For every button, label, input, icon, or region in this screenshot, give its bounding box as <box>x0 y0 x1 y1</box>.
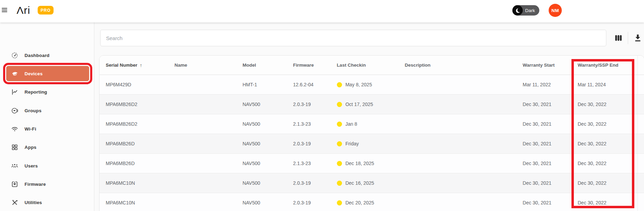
cell-model: NAV500 <box>236 161 287 166</box>
dark-mode-label: Dark <box>523 8 539 13</box>
cell-model: NAV500 <box>236 200 287 205</box>
user-avatar[interactable]: NM <box>549 4 562 17</box>
sidebar-item-users[interactable]: Users <box>6 158 89 173</box>
cell-firmware: 2.1.3-23 <box>287 161 330 166</box>
cell-warranty-start: Dec 30, 2021 <box>517 102 571 107</box>
cell-warranty-start: Dec 30, 2021 <box>517 141 571 146</box>
search-bar <box>100 30 606 46</box>
checkin-status-dot <box>337 200 342 205</box>
cell-warranty-ssp-end: Dec 30, 2022 <box>571 95 638 114</box>
column-header-description[interactable]: Description <box>399 63 517 68</box>
groups-icon <box>11 107 18 114</box>
cell-firmware: 2.0.3-19 <box>287 141 330 146</box>
sidebar-item-reporting[interactable]: Reporting <box>6 84 89 99</box>
cell-serial-number: MP6M429D <box>100 82 168 87</box>
cell-model: NAV500 <box>236 180 287 186</box>
cell-serial-number: MPA6MB26D <box>100 161 168 166</box>
cell-warranty-start: Dec 30, 2021 <box>517 200 571 205</box>
download-icon <box>633 33 643 43</box>
sidebar-item-devices[interactable]: Devices <box>6 66 89 81</box>
cell-warranty-ssp-end: Dec 30, 2022 <box>571 193 638 211</box>
cell-serial-number: MPA6MB26D2 <box>100 102 168 107</box>
column-header-warranty-start[interactable]: Warranty Start <box>517 63 571 68</box>
sidebar-item-utilities[interactable]: Utilities <box>6 195 89 210</box>
table-row[interactable]: MP6M429D HMT-1 12.6.2-04 May 8, 2025 Mar… <box>100 75 644 95</box>
checkin-status-dot <box>337 122 342 127</box>
utilities-tools-icon <box>11 199 18 206</box>
sidebar: Dashboard Devices Reporting Groups Wi-Fi… <box>0 22 94 211</box>
dark-mode-toggle[interactable]: Dark <box>512 5 539 16</box>
table-row[interactable]: MPA6MC10N NAV500 2.0.3-19 Dec 16, 2025 D… <box>100 173 644 193</box>
cell-last-checkin: Dec 18, 2025 <box>331 161 399 166</box>
sidebar-item-groups[interactable]: Groups <box>6 103 89 118</box>
dashboard-gauge-icon <box>11 52 18 59</box>
table-body: MP6M429D HMT-1 12.6.2-04 May 8, 2025 Mar… <box>100 75 644 211</box>
top-bar: Λri PRO Dark NM <box>0 0 644 22</box>
app-logo: Λri <box>17 4 30 16</box>
cell-last-checkin: May 8, 2025 <box>331 82 399 87</box>
cell-firmware: 12.6.2-04 <box>287 82 330 87</box>
pro-badge: PRO <box>38 6 54 15</box>
cell-serial-number: MPA6MC10N <box>100 180 168 186</box>
cell-model: NAV500 <box>236 141 287 146</box>
sidebar-item-wi-fi[interactable]: Wi-Fi <box>6 121 89 136</box>
devices-table: Serial Number ↑ Name Model Firmware Last… <box>99 55 644 211</box>
moon-icon <box>512 5 523 16</box>
cell-warranty-ssp-end: Dec 30, 2022 <box>571 173 638 193</box>
cell-model: NAV500 <box>236 102 287 107</box>
column-header-last-checkin[interactable]: Last Checkin <box>331 63 399 68</box>
checkin-status-dot <box>337 141 342 146</box>
column-header-warranty-ssp-end[interactable]: Warranty/SSP End <box>571 56 638 75</box>
checkin-status-dot <box>337 181 342 186</box>
search-input[interactable] <box>101 30 606 46</box>
column-header-firmware[interactable]: Firmware <box>287 63 330 68</box>
cell-serial-number: MPA6MB26D2 <box>100 121 168 127</box>
cell-last-checkin: Dec 20, 2025 <box>331 200 399 205</box>
table-row[interactable]: MPA6MC10N NAV500 2.0.3-19 Dec 20, 2025 D… <box>100 193 644 211</box>
cell-warranty-ssp-end: Dec 30, 2022 <box>571 154 638 173</box>
cell-warranty-ssp-end: Mar 11, 2024 <box>571 75 638 94</box>
toolbar-divider <box>628 32 628 44</box>
columns-icon <box>614 33 623 43</box>
download-button[interactable] <box>633 33 643 43</box>
users-icon <box>11 162 18 170</box>
table-row[interactable]: MPA6MB26D2 NAV500 2.0.3-19 Oct 17, 2025 … <box>100 95 644 114</box>
cell-warranty-start: Dec 30, 2021 <box>517 121 571 127</box>
cell-last-checkin: Jan 8 <box>331 121 399 127</box>
checkin-status-dot <box>337 102 342 107</box>
menu-icon[interactable] <box>2 8 7 12</box>
column-header-serial-number[interactable]: Serial Number ↑ <box>100 63 168 68</box>
cell-last-checkin: Oct 17, 2025 <box>331 102 399 107</box>
cell-warranty-ssp-end: Dec 30, 2022 <box>571 114 638 134</box>
cell-model: NAV500 <box>236 121 287 127</box>
wifi-icon <box>11 125 18 133</box>
column-header-model[interactable]: Model <box>236 63 287 68</box>
cell-firmware: 2.0.3-19 <box>287 102 330 107</box>
firmware-download-icon <box>11 181 18 188</box>
sidebar-item-dashboard[interactable]: Dashboard <box>6 48 89 63</box>
column-header-name[interactable]: Name <box>168 63 236 68</box>
cell-firmware: 2.0.3-19 <box>287 180 330 186</box>
cell-serial-number: MPA6MB26D <box>100 141 168 146</box>
cell-warranty-start: Dec 30, 2021 <box>517 180 571 186</box>
sidebar-item-firmware[interactable]: Firmware <box>6 176 89 192</box>
cell-firmware: 2.1.3-23 <box>287 121 330 127</box>
main-content: Serial Number ↑ Name Model Firmware Last… <box>94 22 644 211</box>
checkin-status-dot <box>337 161 342 166</box>
cell-warranty-start: Mar 11, 2022 <box>517 82 571 87</box>
table-row[interactable]: MPA6MB26D NAV500 2.0.3-19 Friday Dec 30,… <box>100 134 644 154</box>
table-row[interactable]: MPA6MB26D NAV500 2.1.3-23 Dec 18, 2025 D… <box>100 154 644 173</box>
sort-ascending-icon: ↑ <box>140 63 142 68</box>
column-settings-button[interactable] <box>614 33 623 43</box>
cell-serial-number: MPA6MC10N <box>100 200 168 205</box>
checkin-status-dot <box>337 82 342 87</box>
cell-warranty-ssp-end: Dec 30, 2022 <box>571 134 638 153</box>
table-row[interactable]: MPA6MB26D2 NAV500 2.1.3-23 Jan 8 Dec 30,… <box>100 114 644 134</box>
sidebar-item-apps[interactable]: Apps <box>6 140 89 155</box>
apps-grid-icon <box>11 144 18 151</box>
cell-warranty-start: Dec 30, 2021 <box>517 161 571 166</box>
cell-firmware: 2.0.3-19 <box>287 200 330 205</box>
reporting-chart-icon <box>11 88 18 96</box>
cell-last-checkin: Dec 16, 2025 <box>331 180 399 186</box>
table-header-row: Serial Number ↑ Name Model Firmware Last… <box>100 56 644 75</box>
